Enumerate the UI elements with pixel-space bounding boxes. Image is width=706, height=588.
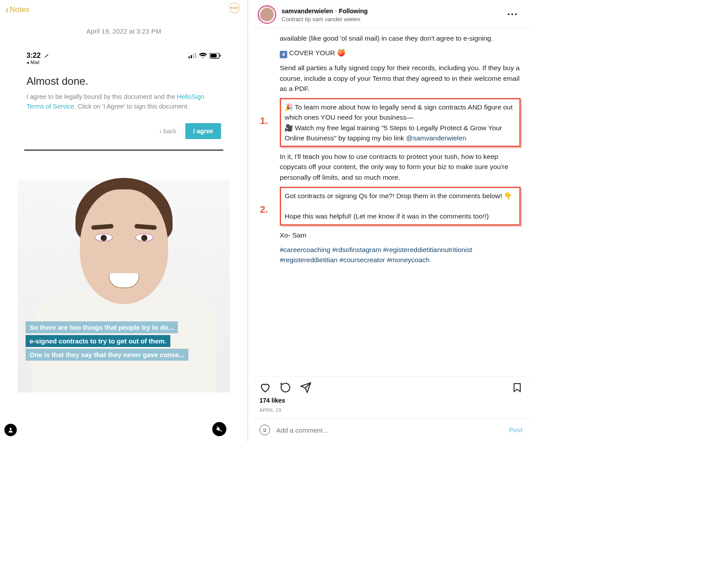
following-status[interactable]: Following bbox=[339, 8, 368, 15]
video-content[interactable]: 3:22 ◂ Mail bbox=[18, 48, 230, 392]
svg-rect-6 bbox=[220, 55, 221, 57]
chevron-left-icon: ‹ bbox=[5, 4, 9, 16]
svg-rect-0 bbox=[188, 57, 190, 58]
more-options-icon[interactable]: ••• bbox=[229, 3, 240, 13]
phone-status-bar: 3:22 bbox=[18, 48, 230, 60]
comment-icon[interactable] bbox=[280, 382, 291, 393]
caption-paragraph: In it, I'll teach you how to use contrac… bbox=[280, 151, 521, 182]
caption-paragraph: Send all parties a fully signed copy for… bbox=[280, 63, 521, 94]
svg-point-10 bbox=[265, 429, 266, 430]
tagged-people-icon[interactable] bbox=[4, 424, 17, 436]
signing-body: I agree to be legally bound by this docu… bbox=[26, 92, 221, 112]
post-comment-button[interactable]: Post bbox=[509, 426, 522, 433]
caption-signoff: Xo- Sam bbox=[280, 230, 521, 240]
signing-card: Almost done. I agree to be legally bound… bbox=[18, 65, 230, 117]
video-captions: So there are two things that people try … bbox=[21, 320, 188, 362]
svg-rect-3 bbox=[195, 53, 196, 58]
emoji-picker-icon[interactable] bbox=[259, 425, 270, 435]
post-subtitle: Contract tip sam vander wielen bbox=[282, 16, 368, 23]
avatar[interactable] bbox=[258, 5, 276, 24]
video-panel: ‹ Notes ••• April 19, 2022 at 3:23 PM 3:… bbox=[0, 0, 248, 441]
annotation-number: 1. bbox=[260, 113, 268, 128]
svg-rect-5 bbox=[210, 54, 217, 57]
post-caption: available (like good 'ol snail mail) in … bbox=[252, 29, 530, 376]
caption-paragraph: available (like good 'ol snail mail) in … bbox=[280, 33, 521, 43]
post-more-icon[interactable]: ··· bbox=[507, 9, 524, 20]
signal-icon bbox=[188, 53, 196, 58]
wifi-icon bbox=[199, 53, 207, 59]
caption-paragraph: 4 COVER YOUR 🍑 bbox=[280, 48, 521, 58]
peach-icon: 🍑 bbox=[337, 49, 345, 57]
agree-button[interactable]: I agree bbox=[185, 123, 221, 139]
mail-back-link[interactable]: ◂ Mail bbox=[18, 60, 230, 65]
like-icon[interactable] bbox=[259, 382, 271, 393]
keycap-4-icon: 4 bbox=[280, 51, 287, 58]
comment-input[interactable] bbox=[276, 426, 503, 434]
svg-point-7 bbox=[10, 428, 12, 430]
comment-composer: Post bbox=[252, 418, 530, 441]
mute-icon[interactable] bbox=[212, 422, 226, 436]
dot-separator: · bbox=[335, 7, 339, 15]
location-icon bbox=[43, 53, 49, 59]
post-actions bbox=[252, 376, 530, 395]
notes-label: Notes bbox=[10, 5, 29, 14]
annotation-number: 2. bbox=[260, 202, 268, 217]
presenter-image: So there are two things that people try … bbox=[18, 181, 230, 392]
svg-rect-2 bbox=[193, 54, 194, 58]
username[interactable]: samvanderwielen bbox=[282, 8, 333, 15]
note-timestamp: April 19, 2022 at 3:23 PM bbox=[0, 19, 248, 48]
caption-line: So there are two things that people try … bbox=[26, 321, 178, 333]
svg-point-9 bbox=[263, 429, 264, 430]
divider bbox=[24, 150, 223, 151]
signing-title: Almost done. bbox=[26, 75, 221, 87]
caption-line: e-signed contracts to try to get out of … bbox=[26, 335, 170, 347]
likes-count[interactable]: 174 likes bbox=[252, 395, 530, 406]
caption-line: One is that they say that they never gav… bbox=[26, 349, 188, 361]
phone-time: 3:22 bbox=[26, 52, 41, 60]
svg-rect-1 bbox=[191, 55, 192, 58]
back-button[interactable]: ‹ back bbox=[160, 128, 176, 135]
battery-icon bbox=[210, 53, 221, 59]
annotation-highlight-1: 1. 🎉 To learn more about how to legally … bbox=[280, 98, 521, 147]
hashtags[interactable]: #careercoaching #rdsofinstagram #registe… bbox=[280, 245, 521, 265]
notes-back[interactable]: ‹ Notes ••• bbox=[0, 0, 248, 19]
share-icon[interactable] bbox=[300, 382, 312, 393]
post-details-panel: samvanderwielen · Following Contract tip… bbox=[248, 0, 530, 441]
annotation-highlight-2: 2. Got contracts or signing Qs for me?! … bbox=[280, 187, 521, 226]
post-date: APRIL 19 bbox=[252, 406, 530, 418]
mention-link[interactable]: @samvanderwielen bbox=[406, 134, 466, 142]
post-header: samvanderwielen · Following Contract tip… bbox=[252, 0, 530, 29]
save-icon[interactable] bbox=[512, 382, 522, 393]
